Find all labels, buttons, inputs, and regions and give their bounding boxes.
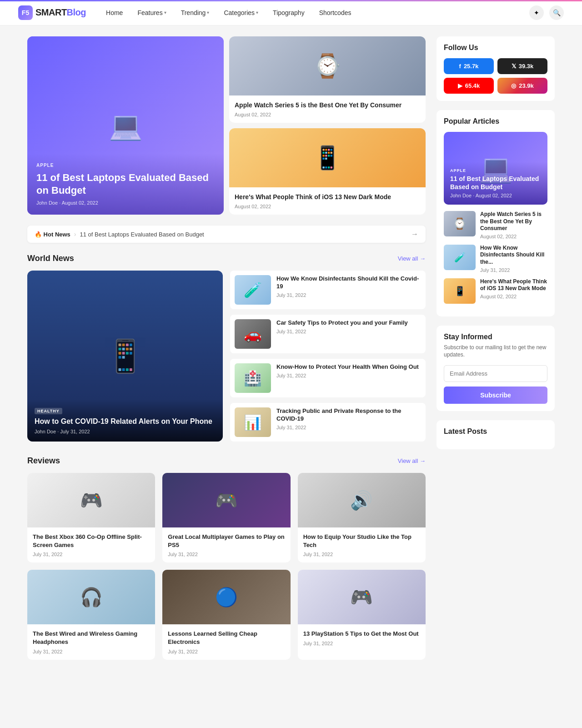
review-img-4 <box>162 570 290 624</box>
nav-categories[interactable]: Categories ▾ <box>217 5 265 20</box>
popular-list-date-2: August 02, 2022 <box>480 294 547 299</box>
popular-list-title-0: Apple Watch Series 5 is the Best One Yet… <box>480 211 547 232</box>
main-nav: Home Features ▾ Trending ▾ Categories ▾ … <box>100 5 529 20</box>
nav-trending[interactable]: Trending ▾ <box>175 5 216 20</box>
popular-thumb-1: 🧪 <box>444 245 476 270</box>
review-card-4[interactable]: Lessons Learned Selling Cheap Electronic… <box>162 570 290 659</box>
follow-grid: f 25.7k 𝕏 39.3k ▶ 65.4k ◎ 23.9k <box>444 58 547 94</box>
categories-dropdown-arrow: ▾ <box>256 10 258 15</box>
hero-side-image-1: ⌚ <box>229 36 426 95</box>
hero-main-card[interactable]: APPLE 11 of Best Laptops Evaluated Based… <box>27 36 224 215</box>
world-news-featured-tag: HEALTHY <box>35 408 62 414</box>
follow-section: Follow Us f 25.7k 𝕏 39.3k ▶ 65.4k ◎ 23.9… <box>436 36 555 101</box>
controller-icon <box>162 473 290 527</box>
main-content: APPLE 11 of Best Laptops Evaluated Based… <box>27 36 426 674</box>
email-input[interactable] <box>444 365 547 382</box>
news-date-1: July 31, 2022 <box>276 329 421 334</box>
news-item-1[interactable]: Car Safety Tips to Protect you and your … <box>230 315 426 353</box>
hero-main-title: 11 of Best Laptops Evaluated Based on Bu… <box>36 171 215 196</box>
hot-news-arrow[interactable]: → <box>411 230 418 238</box>
headphones-icon <box>27 570 155 624</box>
review-card-2[interactable]: How to Equip Your Studio Like the Top Te… <box>298 473 426 562</box>
review-card-5[interactable]: 13 PlayStation 5 Tips to Get the Most Ou… <box>298 570 426 659</box>
review-card-title-0: The Best Xbox 360 Co-Op Offline Split-Sc… <box>33 533 150 549</box>
youtube-follow-button[interactable]: ▶ 65.4k <box>444 78 494 94</box>
hero-side-date-1: August 02, 2022 <box>235 112 420 117</box>
world-news-grid: HEALTHY How to Get COVID-19 Related Aler… <box>27 271 426 442</box>
world-news-featured[interactable]: HEALTHY How to Get COVID-19 Related Aler… <box>27 271 223 442</box>
reviews-title: Reviews <box>27 456 60 466</box>
news-item-3[interactable]: Tracking Public and Private Response to … <box>230 403 426 442</box>
hero-side-date-2: August 02, 2022 <box>235 204 420 209</box>
news-title-1: Car Safety Tips to Protect you and your … <box>276 319 421 327</box>
news-title-0: How We Know Disinfectants Should Kill th… <box>276 275 421 291</box>
reviews-header: Reviews View all → <box>27 456 426 466</box>
hot-news-bar: 🔥 Hot News › 11 of Best Laptops Evaluate… <box>27 226 426 243</box>
hero-side-card-1[interactable]: ⌚ Apple Watch Series 5 is the Best One Y… <box>229 36 426 123</box>
sidebar: Follow Us f 25.7k 𝕏 39.3k ▶ 65.4k ◎ 23.9… <box>436 36 555 674</box>
review-card-date-3: July 31, 2022 <box>33 649 150 654</box>
review-img-3 <box>27 570 155 624</box>
review-body-2: How to Equip Your Studio Like the Top Te… <box>298 527 426 562</box>
xbox-icon <box>27 473 155 527</box>
features-dropdown-arrow: ▾ <box>164 10 166 15</box>
popular-item-0[interactable]: ⌚ Apple Watch Series 5 is the Best One Y… <box>444 211 547 239</box>
review-img-0 <box>27 473 155 527</box>
review-body-3: The Best Wired and Wireless Gaming Headp… <box>27 624 155 659</box>
hot-news-separator: › <box>74 231 76 238</box>
review-card-3[interactable]: The Best Wired and Wireless Gaming Headp… <box>27 570 155 659</box>
popular-hero-card[interactable]: 💻 APPLE 11 of Best Laptops Evaluated Bas… <box>444 132 547 205</box>
popular-item-2[interactable]: 📱 Here's What People Think of iOS 13 New… <box>444 278 547 304</box>
instagram-follow-button[interactable]: ◎ 23.9k <box>497 78 547 94</box>
popular-title: Popular Articles <box>444 117 547 126</box>
hero-side-image-2: 📱 <box>229 128 426 187</box>
search-button[interactable]: 🔍 <box>549 5 564 20</box>
world-news-view-all[interactable]: View all → <box>398 255 426 262</box>
popular-thumb-0: ⌚ <box>444 211 476 236</box>
nav-home[interactable]: Home <box>100 5 129 20</box>
hero-main-meta: John Doe · August 02, 2022 <box>36 200 215 206</box>
ios-icon: 📱 <box>229 128 426 187</box>
hero-side-title-1: Apple Watch Series 5 is the Best One Yet… <box>235 101 420 109</box>
reviews-grid: The Best Xbox 360 Co-Op Offline Split-Sc… <box>27 473 426 659</box>
review-card-0[interactable]: The Best Xbox 360 Co-Op Offline Split-Sc… <box>27 473 155 562</box>
latest-posts-title: Latest Posts <box>444 427 547 436</box>
popular-item-1[interactable]: 🧪 How We Know Disinfectants Should Kill … <box>444 245 547 273</box>
news-item-0[interactable]: How We Know Disinfectants Should Kill th… <box>230 271 426 309</box>
news-title-3: Tracking Public and Private Response to … <box>276 407 421 423</box>
news-body-1: Car Safety Tips to Protect you and your … <box>276 319 421 334</box>
subscribe-button[interactable]: Subscribe <box>444 387 547 404</box>
health-icon <box>235 363 271 393</box>
echo-icon <box>162 570 290 624</box>
news-item-2[interactable]: Know-How to Protect Your Health When Goi… <box>230 359 426 397</box>
logo[interactable]: F5 SMARTBlog <box>18 5 86 20</box>
stay-informed-title: Stay Informed <box>444 333 547 341</box>
review-body-4: Lessons Learned Selling Cheap Electronic… <box>162 624 290 659</box>
review-card-title-2: How to Equip Your Studio Like the Top Te… <box>303 533 420 549</box>
popular-body-2: Here's What People Think of iOS 13 New D… <box>480 278 547 299</box>
review-card-1[interactable]: Great Local Multiplayer Games to Play on… <box>162 473 290 562</box>
instagram-icon: ◎ <box>511 82 516 89</box>
news-date-0: July 31, 2022 <box>276 292 421 298</box>
twitter-follow-button[interactable]: 𝕏 39.3k <box>497 58 547 74</box>
review-card-date-2: July 31, 2022 <box>303 552 420 557</box>
hero-main-overlay: APPLE 11 of Best Laptops Evaluated Based… <box>27 154 224 215</box>
nav-typography[interactable]: Tipography <box>266 5 311 20</box>
nav-features[interactable]: Features ▾ <box>131 5 172 20</box>
review-img-1 <box>162 473 290 527</box>
hero-main-tag: APPLE <box>36 163 215 168</box>
reviews-section: Reviews View all → The Best Xbox 360 Co-… <box>27 456 426 659</box>
nav-shortcodes[interactable]: Shortcodes <box>313 5 358 20</box>
news-thumb-0 <box>235 275 271 305</box>
world-news-featured-overlay: HEALTHY How to Get COVID-19 Related Aler… <box>27 399 223 442</box>
watch-icon: ⌚ <box>229 36 426 95</box>
reviews-view-all[interactable]: View all → <box>398 457 426 464</box>
car-icon <box>235 319 271 349</box>
facebook-follow-button[interactable]: f 25.7k <box>444 58 494 74</box>
logo-text: SMARTBlog <box>35 7 86 18</box>
review-card-title-4: Lessons Learned Selling Cheap Electronic… <box>168 630 285 646</box>
speaker-icon <box>298 473 426 527</box>
hero-side-card-2[interactable]: 📱 Here's What People Think of iOS 13 New… <box>229 128 426 215</box>
theme-toggle-button[interactable]: ✦ <box>529 5 544 20</box>
popular-list-title-2: Here's What People Think of iOS 13 New D… <box>480 278 547 292</box>
